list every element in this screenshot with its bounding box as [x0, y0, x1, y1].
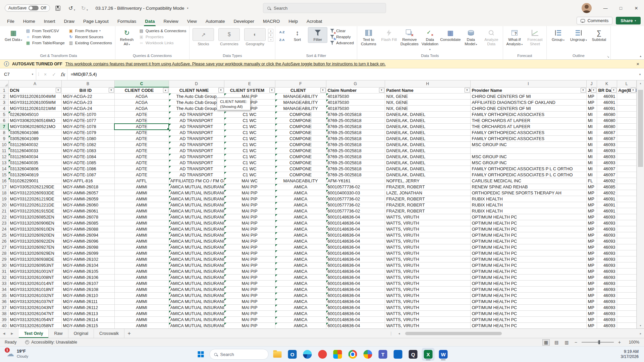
cell-L3[interactable] [617, 100, 636, 106]
cell-F11[interactable]: COMPONE [275, 148, 326, 154]
sort-za-button[interactable] [277, 36, 286, 43]
ribbon-tab-home[interactable]: Home [19, 16, 40, 26]
cell-E38[interactable]: MAI PIP [224, 311, 275, 317]
cell-K29[interactable]: 46093 [597, 256, 617, 262]
cell-L10[interactable] [617, 142, 636, 148]
cell-A8[interactable]: 030526041086 [8, 130, 61, 136]
cell-G3[interactable]: 401875030 [326, 100, 385, 106]
cell-C35[interactable]: AMMI [114, 293, 169, 299]
cell-H38[interactable]: WATTS, VIRUTH [385, 311, 470, 317]
cell-D9[interactable]: AD TRANSPORT [169, 136, 224, 142]
maximize-button[interactable]: □ [613, 0, 629, 16]
reapply-button[interactable]: Reapply [328, 34, 355, 40]
consolidate-button[interactable]: ▦Consolidate [441, 27, 460, 43]
cell-I7[interactable]: THE ORCHARDS AT LAPEER [470, 124, 586, 130]
cell-L6[interactable] [617, 118, 636, 124]
column-header-F[interactable]: F [275, 80, 326, 87]
cell-F21[interactable]: AMICA [275, 208, 326, 214]
cell-A32[interactable]: MGY031320261008NT [8, 275, 61, 281]
cell-J30[interactable]: MP [586, 262, 597, 268]
cell-G37[interactable]: 60010148636-04 [326, 305, 385, 311]
cell-I33[interactable]: OPTIMUM HEALTH PC [470, 281, 586, 287]
row-header-33[interactable]: 33 [0, 281, 8, 287]
cell-I40[interactable]: OPTIMUM HEALTH PC [470, 323, 586, 329]
cell-E30[interactable]: MAI PIP [224, 262, 275, 268]
cell-G31[interactable]: 60010148636-04 [326, 268, 385, 275]
column-header-I[interactable]: I [470, 80, 586, 87]
cell-L21[interactable] [617, 208, 636, 214]
cell-F15[interactable]: COMPONE [275, 172, 326, 178]
cell-D21[interactable]: AMICA MUTUAL INSURANCE COMPANY [169, 208, 224, 214]
refresh-all-button[interactable]: ↻Refresh All ▾ [117, 27, 137, 48]
cell-E22[interactable]: MAI PIP [224, 214, 275, 220]
cell-F33[interactable]: AMICA [275, 281, 326, 287]
row-header-30[interactable]: 30 [0, 262, 8, 268]
cell-G22[interactable]: 60010148636-04 [326, 214, 385, 220]
cell-G30[interactable]: 60010148636-04 [326, 262, 385, 268]
cell-D2[interactable]: The Auto Club Group [169, 94, 224, 100]
cell-H23[interactable]: WATTS, VIRUTH [385, 220, 470, 226]
cell-J6[interactable]: MI [586, 118, 597, 124]
cell-L15[interactable] [617, 172, 636, 178]
cell-H7[interactable]: DANEILAK, DANIEL [385, 124, 470, 130]
cell-C22[interactable]: AMMI [114, 214, 169, 220]
cell-K14[interactable]: 46097 [597, 166, 617, 172]
cell-H40[interactable]: WATTS, VIRUTH [385, 323, 470, 329]
cell-H37[interactable]: WATTS, VIRUTH [385, 305, 470, 311]
filter-button-L[interactable]: ▼ [631, 88, 636, 93]
cell-E11[interactable]: C1 WC [224, 148, 275, 154]
cell-K13[interactable]: 46093 [597, 160, 617, 166]
formula-bar-expand-button[interactable]: ▾ [636, 68, 644, 80]
cell-J17[interactable]: MP [586, 184, 597, 190]
clear-button[interactable]: Clear [328, 28, 355, 34]
cell-F19[interactable]: AMICA [275, 196, 326, 202]
cell-A18[interactable]: MGY031220260933DE [8, 190, 61, 196]
cell-I30[interactable]: OPTIMUM HEALTH PC [470, 262, 586, 268]
cell-G18[interactable]: 60010400330-03 [326, 190, 385, 196]
cell-E39[interactable]: MAI PIP [224, 317, 275, 323]
cell-E16[interactable]: MAI WC [224, 178, 275, 184]
cell-D29[interactable]: AMICA MUTUAL INSURANCE COMPANY [169, 256, 224, 262]
cell-L36[interactable] [617, 299, 636, 305]
cell-A38[interactable]: MGY031320261047NT [8, 311, 61, 317]
cell-D27[interactable]: AMICA MUTUAL INSURANCE COMPANY [169, 244, 224, 250]
cell-B14[interactable]: MGY-ADTE-1086 [61, 166, 114, 172]
cell-G24[interactable]: 60010148636-04 [326, 226, 385, 232]
cell-F27[interactable]: AMICA [275, 244, 326, 250]
new-sheet-button[interactable]: + [124, 329, 134, 338]
cell-K12[interactable]: 46093 [597, 154, 617, 160]
cell-F28[interactable]: AMICA [275, 250, 326, 256]
cell-L16[interactable] [617, 178, 636, 184]
save-button[interactable] [53, 3, 63, 13]
row-header-10[interactable]: 10 [0, 142, 8, 148]
cell-L13[interactable] [617, 160, 636, 166]
get-data-button[interactable]: ▦Get Data ▾ [4, 27, 23, 44]
filter-button-B[interactable]: ▼ [109, 88, 114, 93]
cell-A3[interactable]: MGY031120261005WM [8, 100, 61, 106]
cell-G21[interactable]: 60010577736-02 [326, 208, 385, 214]
row-header-6[interactable]: 6 [0, 118, 8, 124]
cell-B39[interactable]: MGY-AMMI-26114 [61, 317, 114, 323]
data-validation-button[interactable]: Data Validation ▾ [420, 27, 440, 53]
cell-H2[interactable]: NIX, GENE [385, 94, 470, 100]
cell-F10[interactable]: COMPONE [275, 142, 326, 148]
cell-F5[interactable]: COMPONE [275, 112, 326, 118]
cell-J31[interactable]: MP [586, 268, 597, 275]
cell-J10[interactable]: MI [586, 142, 597, 148]
cell-L28[interactable] [617, 250, 636, 256]
cell-L26[interactable] [617, 238, 636, 244]
cell-B27[interactable]: MGY-AMMI-26098 [61, 244, 114, 250]
cell-F13[interactable]: COMPONE [275, 160, 326, 166]
row-header-11[interactable]: 11 [0, 148, 8, 154]
cell-J37[interactable]: MP [586, 305, 597, 311]
sheet-tab-raw[interactable]: Raw [49, 329, 68, 338]
cell-J29[interactable]: MP [586, 256, 597, 262]
cell-J21[interactable]: MP [586, 208, 597, 214]
cell-B2[interactable]: MGY-ACGA-22 [61, 94, 114, 100]
cell-H26[interactable]: WATTS, VIRUTH [385, 238, 470, 244]
cell-A15[interactable]: 031326040819 [8, 172, 61, 178]
cell-F26[interactable]: AMICA [275, 238, 326, 244]
cell-I11[interactable] [470, 148, 586, 154]
row-header-32[interactable]: 32 [0, 275, 8, 281]
filter-button-H[interactable]: ▼ [465, 88, 470, 93]
